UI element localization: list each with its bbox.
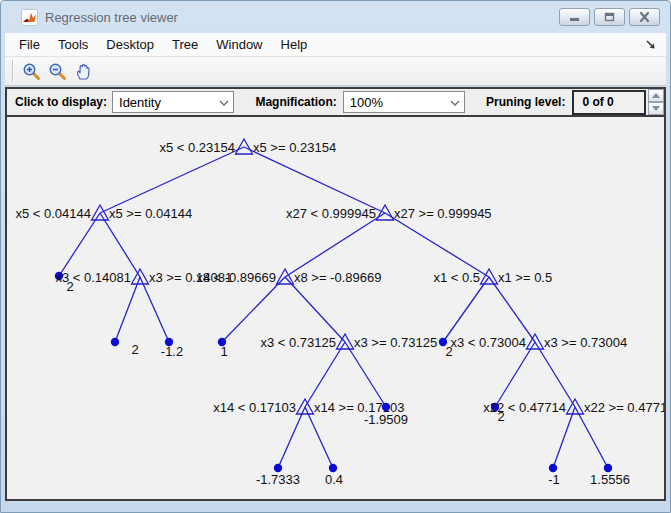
tree-edge	[100, 213, 140, 277]
restore-button[interactable]	[594, 8, 625, 26]
split-label-right: x8 >= -0.89669	[294, 270, 381, 285]
tree-edge	[115, 277, 140, 342]
split-label-right: x27 >= 0.999945	[394, 206, 492, 221]
tree-edge	[244, 147, 385, 213]
tree-edge	[495, 342, 535, 407]
close-button[interactable]	[629, 8, 660, 26]
spinner-down-button[interactable]	[648, 102, 664, 115]
zoom-in-button[interactable]	[19, 59, 43, 83]
click-to-display-value: Identity	[119, 95, 218, 110]
tree-edge	[489, 277, 535, 342]
tree-edge	[59, 213, 100, 276]
regression-tree-viewer-window: Regression tree viewer File Tools Deskto…	[0, 0, 671, 513]
window-title: Regression tree viewer	[45, 10, 559, 25]
split-label-left: x8 < -0.89669	[196, 270, 276, 285]
split-label-right: x5 >= 0.23154	[253, 140, 336, 155]
leaf-node[interactable]	[329, 464, 337, 472]
split-label-left: x22 < 0.47714	[483, 400, 566, 415]
leaf-value-label: 0.4	[325, 472, 343, 487]
window-controls	[559, 8, 660, 26]
zoom-out-button[interactable]	[45, 59, 69, 83]
pruning-level-label: Pruning level:	[486, 95, 565, 109]
leaf-value-label: -1.9509	[364, 412, 408, 427]
split-label-right: x22 >= 0.47714	[584, 400, 664, 415]
pruning-spinner	[648, 89, 664, 115]
dock-arrow-icon[interactable]	[645, 38, 658, 51]
matlab-icon	[21, 9, 38, 26]
split-label-left: x3 < 0.14081	[55, 270, 131, 285]
tree-edge	[278, 407, 305, 468]
leaf-node[interactable]	[382, 403, 390, 411]
tree-edge	[305, 407, 333, 468]
split-node[interactable]	[236, 139, 253, 154]
magnification-value: 100%	[350, 95, 449, 110]
tree-edge	[385, 213, 489, 277]
tree-edge	[345, 342, 386, 407]
leaf-value-label: -1.2	[161, 344, 183, 359]
split-label-left: x3 < 0.73004	[450, 335, 526, 350]
menu-window[interactable]: Window	[207, 34, 271, 55]
split-label-right: x1 >= 0.5	[498, 270, 552, 285]
down-arrow-icon	[652, 106, 660, 111]
split-label-left: x27 < 0.999945	[286, 206, 376, 221]
controlbar: Click to display: Identity Magnification…	[7, 89, 664, 117]
menu-desktop[interactable]: Desktop	[97, 34, 163, 55]
regression-tree[interactable]: x5 < 0.23154x5 >= 0.23154x5 < 0.04144x5 …	[7, 117, 664, 499]
tree-edge	[535, 342, 575, 407]
tree-canvas[interactable]: x5 < 0.23154x5 >= 0.23154x5 < 0.04144x5 …	[7, 117, 664, 499]
menu-file[interactable]: File	[10, 34, 49, 55]
leaf-node[interactable]	[549, 464, 557, 472]
tree-edge	[305, 342, 345, 407]
split-label-left: x3 < 0.73125	[260, 335, 336, 350]
leaf-value-label: 1	[220, 344, 227, 359]
tree-edge	[100, 147, 244, 213]
leaf-value-label: -1.7333	[256, 472, 300, 487]
tree-edge	[553, 407, 575, 468]
menu-tools[interactable]: Tools	[49, 34, 97, 55]
magnification-select[interactable]: 100%	[343, 91, 465, 113]
leaf-value-label: 2	[131, 342, 138, 357]
figure-toolbar	[5, 56, 666, 86]
pan-hand-button[interactable]	[71, 59, 95, 83]
click-to-display-select[interactable]: Identity	[112, 91, 234, 113]
menubar: File Tools Desktop Tree Window Help	[5, 33, 666, 56]
tree-edge	[285, 213, 385, 277]
leaf-node[interactable]	[274, 464, 282, 472]
pruning-level-display: 0 of 0	[572, 90, 646, 115]
tree-edge	[222, 277, 285, 342]
magnification-label: Magnification:	[255, 95, 336, 109]
leaf-value-label: -1	[548, 472, 560, 487]
tree-edge	[285, 277, 345, 342]
leaf-node[interactable]	[604, 464, 612, 472]
split-label-right: x5 >= 0.04144	[109, 206, 192, 221]
toolbar-separator	[12, 60, 14, 82]
chevron-down-icon	[218, 95, 230, 110]
leaf-value-label: 1.5556	[590, 472, 630, 487]
leaf-node[interactable]	[111, 338, 119, 346]
click-to-display-label: Click to display:	[15, 95, 107, 109]
menu-help[interactable]: Help	[272, 34, 317, 55]
minimize-button[interactable]	[559, 8, 590, 26]
split-label-left: x1 < 0.5	[433, 270, 480, 285]
split-label-left: x5 < 0.04144	[15, 206, 91, 221]
split-label-left: x5 < 0.23154	[159, 140, 235, 155]
menu-tree[interactable]: Tree	[163, 34, 207, 55]
titlebar[interactable]: Regression tree viewer	[5, 1, 666, 33]
split-label-right: x3 >= 0.73004	[544, 335, 627, 350]
spinner-up-button[interactable]	[648, 89, 664, 102]
viewer-content: Click to display: Identity Magnification…	[5, 87, 666, 501]
split-label-right: x3 >= 0.73125	[354, 335, 437, 350]
tree-edge	[443, 277, 489, 342]
chevron-down-icon	[449, 95, 461, 110]
tree-edge	[575, 407, 608, 468]
tree-edge	[140, 277, 169, 342]
split-label-left: x14 < 0.17103	[213, 400, 296, 415]
up-arrow-icon	[652, 93, 660, 98]
